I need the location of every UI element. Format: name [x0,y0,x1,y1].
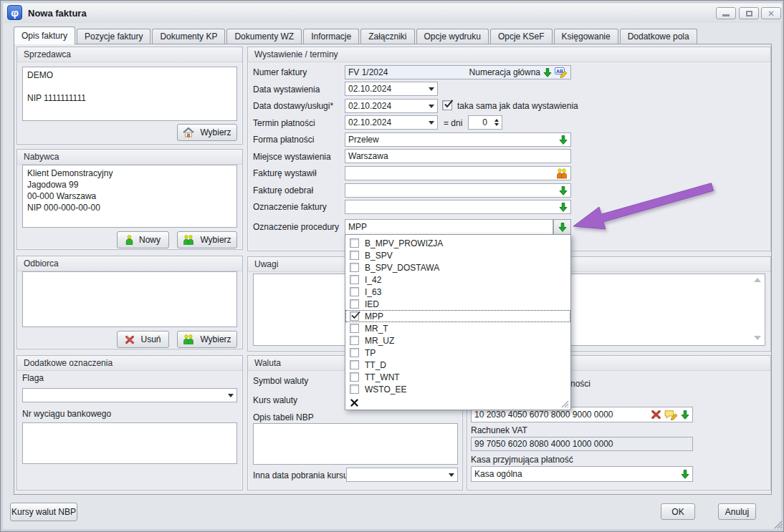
nbp-table-desc-input[interactable] [253,423,458,465]
tab-pozycje-faktury[interactable]: Pozycje faktury [77,29,150,44]
scroll-up-icon[interactable] [754,278,761,282]
select-person-icon[interactable] [556,168,568,179]
edit-account-icon[interactable] [664,410,678,420]
other-rate-date-combobox[interactable] [346,468,458,482]
scroll-down-icon[interactable] [754,336,761,340]
popup-resize-grip[interactable] [560,399,569,408]
payment-form-field[interactable]: Przelew [345,132,571,147]
procedure-option-wsto-ee[interactable]: WSTO_EE [345,383,570,395]
option-checkbox[interactable] [350,360,359,369]
tab-label: Opcje KSeF [498,32,545,42]
invoice-number-field[interactable]: FV 1/2024 Numeracja główna AB [345,65,571,79]
maximize-button[interactable] [739,7,759,19]
tab-dodatkowe-pola[interactable]: Dodatkowe pola [620,29,697,44]
option-checkbox[interactable] [350,263,359,272]
procedure-option-ied[interactable]: IED [345,298,570,310]
procedure-option-b-spv-dostawa[interactable]: B_SPV_DOSTAWA [345,261,570,274]
procedure-option-mr-t[interactable]: MR_T [345,322,570,334]
chevron-down-icon [429,121,434,125]
cancel-button[interactable]: Anuluj [718,503,756,520]
tab-label: Księgowanie [562,32,611,42]
bank-statement-input[interactable] [22,422,237,464]
procedure-option-i-63[interactable]: I_63 [345,286,570,298]
option-checkbox[interactable] [350,372,359,382]
buyer-info-box[interactable]: Klient Demonstracyjny Jagodowa 99 00-000… [22,165,237,228]
procedure-option-b-spv[interactable]: B_SPV [345,249,570,261]
vat-account-field[interactable]: 99 7050 6020 8080 4000 1000 0000 [471,437,693,451]
select-account-icon[interactable] [681,410,689,420]
tab-label: Dokumenty KP [160,32,217,42]
procedure-option-mr-uz[interactable]: MR_UZ [345,334,570,347]
invoice-number-label: Numer faktury [253,67,307,77]
payment-term-combobox[interactable]: 02.10.2024 [345,115,438,130]
select-arrow-icon [558,223,567,232]
issued-by-field[interactable] [345,166,571,180]
recipient-info-box[interactable] [22,271,237,327]
tab-opcje-ksef[interactable]: Opcje KSeF [490,29,553,44]
option-checkbox[interactable] [350,251,359,260]
select-arrow-icon[interactable] [559,186,568,195]
procedure-option-tt-wnt[interactable]: TT_WNT [345,371,570,383]
tab-opis-faktury[interactable]: Opis faktury [14,26,75,44]
same-date-checkbox[interactable] [442,100,452,110]
tab-za-czniki[interactable]: Załączniki [360,29,414,44]
flag-combobox[interactable] [22,388,237,402]
buyer-new-button[interactable]: Nowy [117,231,169,248]
procedure-option-b-mpv-prowizja[interactable]: B_MPV_PROWIZJA [345,237,570,249]
tab-dokumenty-wz[interactable]: Dokumenty WZ [226,29,302,44]
tab-dokumenty-kp[interactable]: Dokumenty KP [152,29,225,44]
close-button[interactable]: ✕ [761,7,781,19]
option-checkbox[interactable] [350,287,359,296]
payment-form-label: Forma płatności [253,135,314,145]
nbp-rates-button[interactable]: Kursy walut NBP [10,503,77,521]
procedure-option-mpp[interactable]: MPP [345,310,570,322]
recipient-delete-button[interactable]: Usuń [117,331,169,348]
select-arrow-icon[interactable] [559,135,568,145]
close-icon: ✕ [768,9,775,18]
option-checkbox[interactable] [350,336,359,345]
select-arrow-icon[interactable] [559,203,568,212]
option-checkbox[interactable] [350,299,359,309]
minimize-button[interactable] [716,7,736,19]
seller-choose-button[interactable]: Wybierz [177,124,237,141]
procedure-option-i-42[interactable]: I_42 [345,274,570,286]
option-checkbox[interactable] [350,311,359,321]
popup-close-icon[interactable] [350,399,358,407]
vat-account-value: 99 7050 6020 8080 4000 1000 0000 [474,439,613,449]
option-checkbox[interactable] [350,275,359,284]
option-checkbox[interactable] [350,238,359,248]
delivery-date-value: 02.10.2024 [348,101,391,111]
clear-account-icon[interactable] [651,410,661,420]
days-stepper[interactable]: 0 [468,115,502,130]
select-arrow-icon[interactable] [681,470,689,479]
numbering-select-icon[interactable] [543,68,552,77]
tab-informacje[interactable]: Informacje [303,29,359,44]
procedure-option-tt-d[interactable]: TT_D [345,359,570,371]
procedure-option-tp[interactable]: TP [345,347,570,359]
seller-info-box[interactable]: DEMO NIP 1111111111 [22,67,237,121]
option-checkbox[interactable] [350,324,359,333]
option-checkbox[interactable] [350,385,359,394]
stepper-down-icon[interactable] [494,123,499,126]
procedure-marking-field[interactable]: MPP [345,219,553,235]
invoice-marking-field[interactable] [345,200,571,214]
issue-date-combobox[interactable]: 02.10.2024 [345,82,438,96]
edit-number-icon[interactable]: AB [555,67,568,78]
window-resize-grip[interactable] [773,519,783,529]
stepper-up-icon[interactable] [494,119,499,122]
tab-opcje-wydruku[interactable]: Opcje wydruku [416,29,489,44]
received-by-field[interactable] [345,183,571,198]
tab-label: Opcje wydruku [424,32,481,42]
option-checkbox[interactable] [350,348,359,357]
issue-place-field[interactable]: Warszawa [345,149,571,163]
ok-button[interactable]: OK [661,503,695,520]
received-by-label: Fakturę odebrał [253,185,313,195]
cash-register-field[interactable]: Kasa ogólna [471,466,693,482]
recipient-choose-button[interactable]: Wybierz [177,331,237,348]
option-label: WSTO_EE [365,385,406,395]
tab-ksi-gowanie[interactable]: Księgowanie [554,29,618,44]
buyer-choose-button[interactable]: Wybierz [177,231,237,248]
popup-footer [345,395,570,410]
delivery-date-combobox[interactable]: 02.10.2024 [345,99,438,113]
nbp-table-desc-label: Opis tabeli NBP [253,412,314,422]
